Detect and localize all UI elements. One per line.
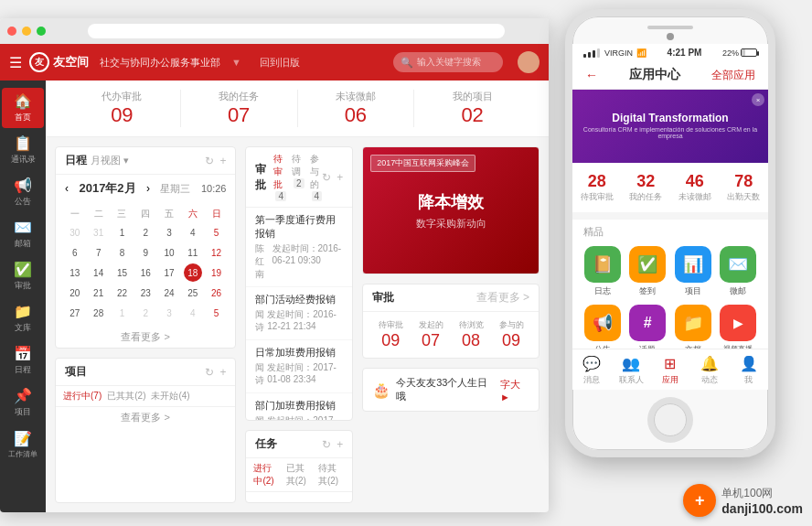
cal-day[interactable]: 26: [208, 284, 226, 302]
approval-list-item[interactable]: 部门加班费用报销 闻诗 发起时间：2017-01-21 21:34: [246, 393, 352, 421]
calendar-see-more[interactable]: 查看更多 >: [56, 327, 235, 348]
tab-not-started[interactable]: 未开始(4): [151, 390, 189, 403]
messages-nav-label: 消息: [583, 374, 600, 386]
app-video[interactable]: ▶ 视频直播: [720, 305, 758, 349]
cal-day-today[interactable]: 18: [184, 263, 202, 282]
sidebar-item-contacts[interactable]: 📋 通讯录: [2, 130, 44, 170]
add-approval-icon[interactable]: +: [337, 171, 343, 184]
refresh-projects-icon[interactable]: ↻: [205, 366, 214, 379]
add-task-icon[interactable]: +: [337, 438, 343, 451]
approval-list-item[interactable]: 日常加班费用报销 闻诗 发起时间：2017-01-08 23:34: [246, 340, 352, 393]
approval-stats-grid: 待审批 09 发起的 07 待浏览 08: [363, 312, 539, 358]
maximize-dot[interactable]: [37, 27, 46, 36]
cal-day[interactable]: 7: [90, 243, 108, 262]
cal-day[interactable]: 17: [160, 263, 178, 282]
app-diary[interactable]: 📔 日志: [583, 246, 622, 297]
phone-banner-close[interactable]: ×: [752, 93, 764, 106]
sidebar-item-home[interactable]: 🏠 首页: [2, 88, 44, 128]
phone-nav-action[interactable]: 全部应用: [711, 68, 755, 83]
phone-back-button[interactable]: ←: [585, 68, 598, 82]
phone-nav-apps[interactable]: ⊞ 应用: [651, 355, 690, 386]
sidebar-item-files[interactable]: 📁 文库: [2, 298, 44, 338]
cal-day[interactable]: 10: [160, 243, 178, 262]
cal-day[interactable]: 13: [66, 263, 84, 282]
cal-day[interactable]: 6: [66, 243, 84, 262]
sidebar-item-tasks[interactable]: 📝 工作清单: [2, 424, 44, 465]
cal-day[interactable]: 5: [208, 223, 226, 242]
tab-task-progress[interactable]: 进行中(2): [253, 462, 280, 488]
app-weimail[interactable]: ✉️ 微邮: [720, 246, 758, 297]
tab-task-wait[interactable]: 待其其(2): [318, 462, 345, 488]
phone-nav-messages[interactable]: 💬 消息: [572, 355, 612, 386]
phone-nav-me[interactable]: 👤 我: [729, 355, 768, 386]
cal-day[interactable]: 2: [136, 304, 155, 322]
next-month-icon[interactable]: ›: [146, 182, 150, 195]
app-project[interactable]: 📊 项目: [674, 246, 712, 297]
projects-see-more[interactable]: 查看更多 >: [56, 407, 235, 428]
cal-day[interactable]: 1: [112, 304, 131, 322]
phone-nav-contacts[interactable]: 👥 联系人: [612, 355, 651, 386]
close-dot[interactable]: [7, 27, 16, 36]
tab-pending[interactable]: 待审批4: [273, 153, 286, 201]
app-checkin[interactable]: ✅ 签到: [629, 246, 668, 297]
sidebar-item-notice[interactable]: 📢 公告: [2, 172, 44, 212]
approval-list-item[interactable]: 部门活动经费报销 闻诗 发起时间：2016-12-21 21:34: [246, 287, 352, 340]
cal-day[interactable]: 22: [112, 284, 131, 302]
back-old-button[interactable]: 回到旧版: [260, 56, 300, 70]
cal-day[interactable]: 9: [136, 243, 155, 262]
cal-day[interactable]: 16: [136, 263, 155, 282]
tab-task-done[interactable]: 已其其(2): [286, 462, 313, 488]
cal-day[interactable]: 2: [136, 223, 155, 242]
cal-day[interactable]: 25: [184, 284, 202, 302]
app-notice[interactable]: 📢 公告: [583, 305, 622, 349]
cal-day[interactable]: 1: [112, 223, 131, 242]
cal-day[interactable]: 12: [208, 243, 226, 262]
tab-forwarded[interactable]: 待调2: [292, 153, 304, 201]
cal-day[interactable]: 30: [66, 223, 84, 242]
cal-day[interactable]: 28: [90, 304, 108, 322]
cal-day[interactable]: 19: [208, 263, 226, 282]
url-bar[interactable]: [88, 24, 505, 38]
cal-day[interactable]: 3: [160, 304, 178, 322]
cal-day[interactable]: 31: [90, 223, 108, 242]
hamburger-icon[interactable]: ☰: [9, 54, 22, 71]
user-avatar[interactable]: [518, 51, 540, 73]
minimize-dot[interactable]: [22, 27, 31, 36]
cal-day[interactable]: 14: [90, 263, 108, 282]
cal-day[interactable]: 20: [66, 284, 84, 302]
phone-nav-feed[interactable]: 🔔 动态: [689, 355, 729, 386]
cal-day[interactable]: 23: [136, 284, 155, 302]
cal-day[interactable]: 11: [184, 243, 202, 262]
add-calendar-icon[interactable]: +: [219, 155, 226, 167]
signal-bar: [597, 48, 600, 58]
see-more-icon[interactable]: 查看更多 >: [476, 290, 529, 306]
sidebar-item-calendar[interactable]: 📅 日程: [2, 340, 44, 381]
cal-day[interactable]: 27: [66, 304, 84, 322]
cal-day[interactable]: 24: [160, 284, 178, 302]
refresh-icon[interactable]: ↻: [205, 155, 214, 167]
cal-day[interactable]: 4: [184, 223, 202, 242]
refresh-approval-icon[interactable]: ↻: [322, 171, 331, 184]
tab-completed[interactable]: 已其其(2): [107, 390, 145, 403]
tab-in-progress[interactable]: 进行中(7): [63, 390, 102, 403]
tab-participated[interactable]: 参与的4: [310, 153, 323, 201]
cal-day[interactable]: 5: [208, 304, 226, 322]
cal-day[interactable]: 4: [184, 304, 202, 322]
calendar-view[interactable]: 月视图 ▾: [91, 154, 129, 167]
add-project-icon[interactable]: +: [219, 366, 226, 379]
search-box[interactable]: 🔍 输入关键字搜索: [393, 52, 503, 72]
cal-day[interactable]: 21: [90, 284, 108, 302]
prev-month-icon[interactable]: ‹: [65, 182, 69, 195]
birthday-link[interactable]: 字大►: [500, 378, 529, 403]
app-topic[interactable]: # 话题: [629, 305, 668, 349]
sidebar-item-projects[interactable]: 📌 项目: [2, 382, 44, 423]
sidebar-item-mail[interactable]: ✉️ 邮箱: [2, 214, 44, 254]
app-docs[interactable]: 📁 文档: [674, 305, 712, 349]
home-button[interactable]: [647, 397, 693, 443]
cal-day[interactable]: 15: [112, 263, 131, 282]
approval-list-item[interactable]: 第一季度通行费用报销 陈红南 发起时间：2016-06-21 09:30: [246, 208, 352, 287]
cal-day[interactable]: 8: [112, 243, 131, 262]
refresh-tasks-icon[interactable]: ↻: [322, 438, 331, 451]
sidebar-item-approval[interactable]: ✅ 审批: [2, 256, 44, 296]
cal-day[interactable]: 3: [160, 223, 178, 242]
